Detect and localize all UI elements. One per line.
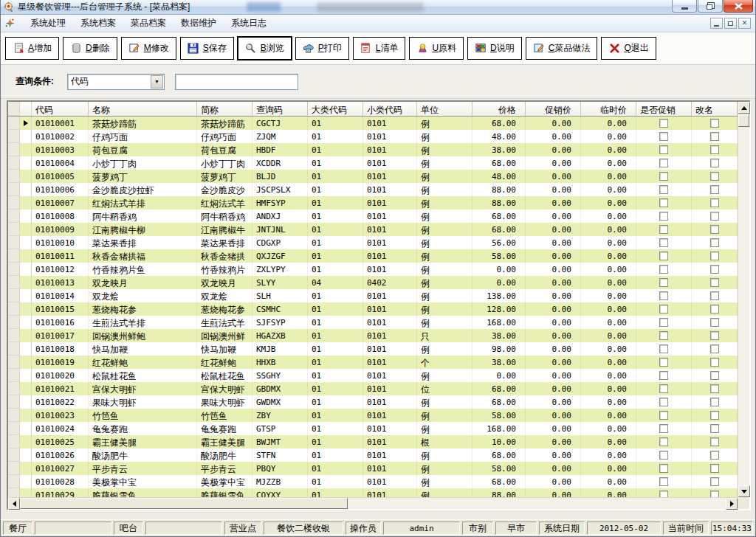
- promo-checkbox[interactable]: [659, 477, 668, 486]
- table-row[interactable]: 01010021宫保大明虾宫保大明虾GBDMX010101位68.000.000…: [8, 382, 738, 395]
- promo-checkbox[interactable]: [659, 291, 668, 300]
- row-selector[interactable]: [8, 263, 20, 276]
- browse-toolbar-button[interactable]: B浏览: [238, 37, 292, 60]
- vertical-scroll-track[interactable]: [738, 127, 749, 485]
- list-toolbar-button[interactable]: L清单: [353, 37, 406, 60]
- rename-checkbox[interactable]: [710, 491, 719, 497]
- mdi-minimize-button[interactable]: [710, 18, 723, 29]
- rename-checkbox[interactable]: [710, 398, 719, 406]
- promo-checkbox[interactable]: [659, 305, 668, 313]
- promo-checkbox[interactable]: [659, 172, 668, 181]
- rename-checkbox[interactable]: [710, 291, 719, 300]
- promo-checkbox[interactable]: [659, 212, 668, 221]
- promo-checkbox[interactable]: [659, 358, 668, 367]
- rename-checkbox[interactable]: [710, 212, 719, 221]
- rename-checkbox[interactable]: [710, 305, 719, 313]
- row-selector[interactable]: [8, 329, 20, 342]
- vertical-scrollbar[interactable]: [738, 102, 749, 497]
- column-header-2[interactable]: 名称: [89, 102, 197, 116]
- rename-checkbox[interactable]: [710, 265, 719, 274]
- row-selector[interactable]: [8, 196, 20, 209]
- column-header-1[interactable]: 代码: [32, 102, 89, 116]
- row-selector[interactable]: [8, 236, 20, 249]
- close-button[interactable]: [724, 0, 753, 13]
- row-selector[interactable]: [8, 475, 20, 488]
- chevron-down-icon[interactable]: ▼: [151, 75, 163, 89]
- mdi-restore-button[interactable]: [724, 18, 737, 29]
- print-toolbar-button[interactable]: P打印: [295, 37, 349, 60]
- row-selector[interactable]: [8, 422, 20, 435]
- row-selector[interactable]: [8, 289, 20, 302]
- exit-toolbar-button[interactable]: Q退出: [601, 37, 656, 60]
- rename-checkbox[interactable]: [710, 119, 719, 128]
- mdi-close-button[interactable]: ✕: [738, 18, 751, 29]
- row-selector[interactable]: [8, 448, 20, 462]
- rename-checkbox[interactable]: [710, 411, 719, 420]
- description-toolbar-button[interactable]: D说明: [467, 37, 522, 60]
- table-row[interactable]: 01010014双龙烩双龙烩SLH010101例138.000.000.00: [8, 289, 738, 302]
- column-header-10[interactable]: 临时价: [581, 102, 636, 116]
- recipe-toolbar-button[interactable]: C菜品做法: [526, 37, 598, 60]
- rename-checkbox[interactable]: [710, 278, 719, 287]
- material-toolbar-button[interactable]: U原料: [409, 37, 464, 60]
- promo-checkbox[interactable]: [659, 398, 668, 406]
- table-row[interactable]: 01010028美极掌中宝美极掌中宝MJZZB010101例68.000.000…: [8, 475, 738, 488]
- promo-checkbox[interactable]: [659, 265, 668, 274]
- row-selector[interactable]: [8, 316, 20, 329]
- promo-checkbox[interactable]: [659, 437, 668, 446]
- row-selector[interactable]: [8, 356, 20, 369]
- query-field-select[interactable]: 代码 ▼: [67, 74, 165, 90]
- horizontal-scrollbar[interactable]: [8, 497, 738, 509]
- save-toolbar-button[interactable]: S保存: [180, 37, 234, 60]
- menu-item-4[interactable]: 数据维护: [173, 15, 224, 32]
- table-row[interactable]: 01010011秋香金猪拱福秋香金猪拱QXJZGF010101例58.000.0…: [8, 249, 738, 263]
- horizontal-scroll-track[interactable]: [348, 498, 726, 509]
- table-row[interactable]: 01010016生煎法式羊排生煎法式羊SJFSYP010101例168.000.…: [8, 316, 738, 329]
- rename-checkbox[interactable]: [710, 358, 719, 367]
- column-header-8[interactable]: 价格: [472, 102, 526, 116]
- column-header-11[interactable]: 是否促销: [636, 102, 692, 116]
- table-row[interactable]: 01010029脆藕银雪鱼脆藕银雪鱼COYXY010101例88.000.000…: [8, 488, 738, 497]
- rename-checkbox[interactable]: [710, 198, 719, 207]
- row-selector[interactable]: [8, 170, 20, 183]
- promo-checkbox[interactable]: [659, 411, 668, 420]
- row-selector[interactable]: [8, 302, 20, 316]
- add-toolbar-button[interactable]: A增加: [5, 37, 59, 60]
- scroll-right-button[interactable]: [726, 498, 738, 510]
- table-row[interactable]: 01010019红花鲜鲍红花鲜鲍HHXB010101个38.000.000.00: [8, 356, 738, 369]
- row-selector[interactable]: [8, 342, 20, 356]
- row-selector[interactable]: [8, 369, 20, 382]
- menu-item-5[interactable]: 系统日志: [224, 15, 274, 32]
- restore-button[interactable]: [698, 0, 723, 13]
- promo-checkbox[interactable]: [659, 278, 668, 287]
- table-row[interactable]: 01010024龟兔赛跑龟兔赛跑GTSP010101例168.000.000.0…: [8, 422, 738, 435]
- table-row[interactable]: 01010001茶菇炒蹄筋茶菇炒蹄筋CGCTJ010101例68.000.000…: [8, 117, 738, 130]
- column-header-5[interactable]: 大类代码: [308, 102, 363, 116]
- rename-checkbox[interactable]: [710, 185, 719, 194]
- table-row[interactable]: 01010018快马加鞭快马加鞭KMJB010101例98.000.000.00: [8, 342, 738, 356]
- table-row[interactable]: 01010015葱烧梅花参葱烧梅花参CSMHC010101例128.000.00…: [8, 302, 738, 316]
- rename-checkbox[interactable]: [710, 225, 719, 234]
- menu-item-3[interactable]: 菜品档案: [123, 15, 173, 32]
- promo-checkbox[interactable]: [659, 225, 668, 234]
- rename-checkbox[interactable]: [710, 331, 719, 340]
- rename-checkbox[interactable]: [710, 252, 719, 260]
- promo-checkbox[interactable]: [659, 119, 668, 128]
- promo-checkbox[interactable]: [659, 159, 668, 167]
- scroll-left-button[interactable]: [8, 498, 20, 510]
- row-selector[interactable]: [8, 409, 20, 422]
- row-selector[interactable]: [8, 488, 20, 497]
- rename-checkbox[interactable]: [710, 132, 719, 141]
- column-header-4[interactable]: 查询码: [252, 102, 308, 116]
- column-header-6[interactable]: 小类代码: [363, 102, 417, 116]
- row-selector[interactable]: [8, 143, 20, 156]
- rename-checkbox[interactable]: [710, 172, 719, 181]
- row-selector[interactable]: [8, 156, 20, 170]
- query-keyword-input[interactable]: [175, 74, 298, 90]
- row-selector[interactable]: [8, 435, 20, 448]
- promo-checkbox[interactable]: [659, 185, 668, 194]
- table-row[interactable]: 01010026酸汤肥牛酸汤肥牛STFN010101例68.000.000.00: [8, 448, 738, 462]
- table-row[interactable]: 01010020松鼠桂花鱼松鼠桂花鱼SSGHY010101例0.000.000.…: [8, 369, 738, 382]
- table-row[interactable]: 01010027平步青云平步青云PBQY010101例58.000.000.00: [8, 462, 738, 475]
- rename-checkbox[interactable]: [710, 145, 719, 154]
